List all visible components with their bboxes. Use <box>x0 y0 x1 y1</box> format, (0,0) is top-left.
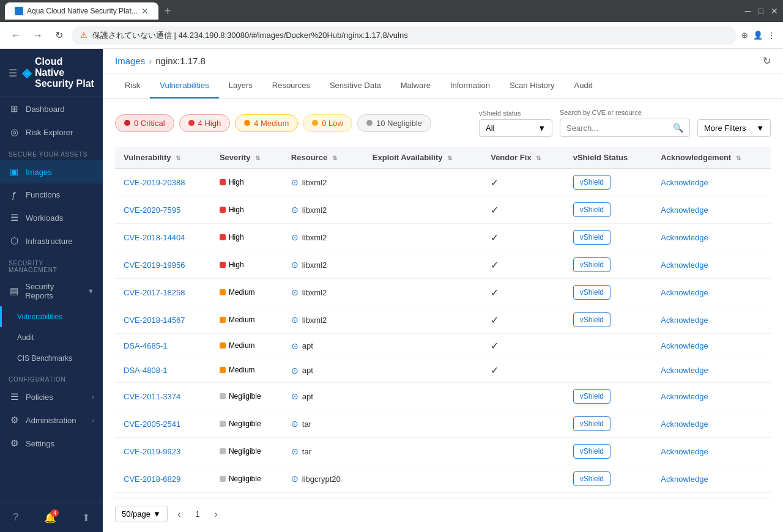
cve-link[interactable]: CVE-2018-6829 <box>124 475 180 484</box>
vshield-button[interactable]: vShield <box>573 444 610 459</box>
browser-tab[interactable]: Aqua Cloud Native Security Plat... ✕ <box>5 2 158 20</box>
cve-link[interactable]: CVE-2018-14567 <box>124 316 185 325</box>
acknowledge-link[interactable]: Acknowledge <box>661 392 708 401</box>
sidebar-item-vulnerabilities-sub[interactable]: Vulnerabilities <box>0 306 103 327</box>
notifications-icon[interactable]: 🔔 4 <box>40 508 60 527</box>
tab-malware[interactable]: Malware <box>391 73 440 98</box>
refresh-icon[interactable]: ↻ <box>763 55 771 67</box>
profile-icon[interactable]: 👤 <box>753 31 763 40</box>
acknowledge-link[interactable]: Acknowledge <box>661 260 708 270</box>
sidebar-item-workloads[interactable]: ☰ Workloads <box>0 206 103 229</box>
more-filters-button[interactable]: More Filters ▼ <box>697 119 771 137</box>
sidebar-item-functions[interactable]: ƒ Functions <box>0 183 103 206</box>
col-vendor-fix[interactable]: Vendor Fix ⇅ <box>482 147 565 169</box>
tab-information[interactable]: Information <box>440 73 500 98</box>
filter-high[interactable]: 4 High <box>179 114 231 132</box>
cve-link[interactable]: CVE-2011-3374 <box>124 392 180 401</box>
vshield-button[interactable]: vShield <box>573 175 610 190</box>
cve-link[interactable]: DSA-4808-1 <box>124 366 168 375</box>
close-button[interactable]: ✕ <box>771 6 778 16</box>
cve-link[interactable]: CVE-2018-14404 <box>124 233 185 242</box>
sidebar-item-settings[interactable]: ⚙ Settings <box>0 432 103 455</box>
new-tab-button[interactable]: + <box>165 5 171 18</box>
col-severity[interactable]: Severity ⇅ <box>211 147 283 169</box>
sidebar-item-images[interactable]: ▣ Images <box>0 160 103 183</box>
acknowledge-link[interactable]: Acknowledge <box>661 475 708 484</box>
maximize-button[interactable]: □ <box>759 6 763 16</box>
acknowledge-link[interactable]: Acknowledge <box>661 233 708 242</box>
tab-audit[interactable]: Audit <box>565 73 603 98</box>
sidebar-item-risk-explorer[interactable]: ◎ Risk Explorer <box>0 120 103 144</box>
tab-risk[interactable]: Risk <box>115 73 150 98</box>
minimize-button[interactable]: ─ <box>745 6 751 16</box>
tab-layers[interactable]: Layers <box>219 73 262 98</box>
sidebar-item-cis-sub[interactable]: CIS Benchmarks <box>0 348 103 369</box>
reload-button[interactable]: ↻ <box>51 27 67 43</box>
vshield-button[interactable]: vShield <box>573 389 610 404</box>
vshield-button[interactable]: vShield <box>573 416 610 431</box>
acknowledge-link[interactable]: Acknowledge <box>661 288 708 297</box>
filter-negligible[interactable]: 10 Negligible <box>357 114 431 132</box>
tab-vulnerabilities[interactable]: Vulnerabilities <box>150 73 218 98</box>
menu-icon[interactable]: ⋮ <box>768 31 776 40</box>
sidebar-item-audit-sub[interactable]: Audit <box>0 327 103 348</box>
acknowledge-link[interactable]: Acknowledge <box>661 447 708 456</box>
cve-link[interactable]: CVE-2017-18258 <box>124 288 185 297</box>
sidebar-item-administration[interactable]: ⚙ Administration › <box>0 408 103 432</box>
prev-page-button[interactable]: ‹ <box>173 506 185 522</box>
tab-sensitive-data[interactable]: Sensitive Data <box>320 73 391 98</box>
acknowledge-link[interactable]: Acknowledge <box>661 178 708 187</box>
vshield-button[interactable]: vShield <box>573 471 610 486</box>
acknowledge-link[interactable]: Acknowledge <box>661 341 708 350</box>
col-vulnerability[interactable]: Vulnerability ⇅ <box>115 147 211 169</box>
vshield-select[interactable]: All ▼ <box>479 119 552 137</box>
cve-link[interactable]: DSA-4685-1 <box>124 341 168 350</box>
acknowledge-link[interactable]: Acknowledge <box>661 205 708 215</box>
sidebar-item-policies[interactable]: ☰ Policies › <box>0 385 103 408</box>
back-button[interactable]: ← <box>7 28 24 43</box>
cve-link[interactable]: CVE-2019-19956 <box>124 260 185 270</box>
acknowledge-link[interactable]: Acknowledge <box>661 316 708 325</box>
cve-link[interactable]: CVE-2019-9923 <box>124 447 180 456</box>
table-row: DSA-4685-1 Medium ⊙ apt ✓Acknowledge <box>115 334 771 358</box>
exploit-cell <box>364 438 482 465</box>
help-icon[interactable]: ? <box>9 508 22 527</box>
vshield-button[interactable]: vShield <box>573 285 610 300</box>
sidebar-item-dashboard[interactable]: ⊞ Dashboard <box>0 97 103 120</box>
vendor-fix-cell: ✓ <box>482 196 565 224</box>
vshield-button[interactable]: vShield <box>573 257 610 272</box>
severity-label: High <box>229 178 244 187</box>
filter-medium[interactable]: 4 Medium <box>235 114 298 132</box>
browser-nav: ← → ↻ ⚠ 保護されていない通信 | 44.234.190.8:30080/… <box>0 22 783 49</box>
search-input-wrapper[interactable]: 🔍 <box>560 119 690 137</box>
acknowledge-link[interactable]: Acknowledge <box>661 419 708 429</box>
upload-icon[interactable]: ⬆ <box>78 508 94 527</box>
per-page-select[interactable]: 50/page ▼ <box>115 506 168 522</box>
sidebar-item-security-reports[interactable]: ▤ Security Reports ▼ <box>0 276 103 306</box>
sidebar-item-infrastructure[interactable]: ⬡ Infrastructure <box>0 229 103 253</box>
breadcrumb-parent[interactable]: Images <box>115 56 145 66</box>
col-resource[interactable]: Resource ⇅ <box>283 147 364 169</box>
next-page-button[interactable]: › <box>209 506 222 522</box>
col-acknowledgement[interactable]: Acknowledgement ⇅ <box>652 147 771 169</box>
vshield-button[interactable]: vShield <box>573 202 610 217</box>
search-input[interactable] <box>566 124 669 133</box>
vshield-button[interactable]: vShield <box>573 230 610 245</box>
cve-link[interactable]: CVE-2005-2541 <box>124 419 180 429</box>
forward-button[interactable]: → <box>29 28 46 43</box>
tab-resources[interactable]: Resources <box>262 73 320 98</box>
translate-icon[interactable]: ⊕ <box>741 31 748 40</box>
acknowledge-link[interactable]: Acknowledge <box>661 366 708 375</box>
low-label: 0 Low <box>322 119 343 128</box>
hamburger-menu-icon[interactable]: ☰ <box>9 67 17 79</box>
tab-scan-history[interactable]: Scan History <box>500 73 565 98</box>
address-bar[interactable]: ⚠ 保護されていない通信 | 44.234.190.8:30080/#/imag… <box>72 26 737 45</box>
col-exploit[interactable]: Exploit Availability ⇅ <box>364 147 482 169</box>
cve-link[interactable]: CVE-2019-20388 <box>124 178 185 187</box>
vshield-button[interactable]: vShield <box>573 312 610 327</box>
cve-link[interactable]: CVE-2020-7595 <box>124 205 180 215</box>
filter-low[interactable]: 0 Low <box>303 114 352 132</box>
filter-critical[interactable]: 0 Critical <box>115 114 174 132</box>
sidebar-label-risk-explorer: Risk Explorer <box>26 128 73 137</box>
tab-close-button[interactable]: ✕ <box>141 6 149 16</box>
